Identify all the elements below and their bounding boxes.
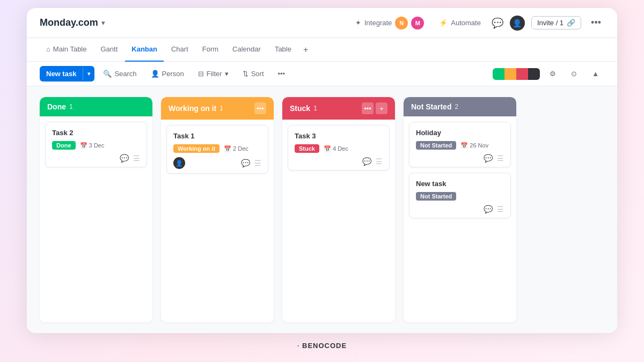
card-meta: Stuck 📅 4 Dec [295,144,383,153]
tab-main-table[interactable]: ⌂ Main Table [40,38,93,62]
calendar-icon: 📅 [80,142,87,149]
automate-icon: ⚡ [439,19,448,27]
task-icon[interactable]: ☰ [376,157,383,166]
sort-icon: ⇅ [243,70,248,78]
filter-chevron-icon: ▾ [225,70,229,78]
status-badge: Done [52,141,76,150]
more-toolbar-button[interactable]: ••• [273,67,291,81]
card-new-task: New task Not Started 💬 ☰ [409,173,511,218]
comment-icon[interactable]: 💬 [241,159,250,167]
share-icon[interactable]: ⊙ [566,67,582,81]
avatar[interactable]: 👤 [510,16,525,31]
column-stuck: Stuck 1 ••• + Task 3 Stuck 📅 [282,97,395,322]
column-title-done: Done [47,102,66,111]
status-badge: Not Started [416,141,456,150]
notif-icon-pink: M [411,17,424,29]
search-button[interactable]: 🔍 Search [98,67,142,81]
card-meta: Working on it 📅 2 Dec [173,144,261,153]
more-options-icon[interactable]: ••• [588,15,604,31]
task-icon[interactable]: ☰ [133,154,140,162]
card-task1: Task 1 Working on it 📅 2 Dec 👤 💬 [166,125,268,174]
new-task-chevron-icon[interactable]: ▾ [83,67,94,80]
tab-kanban[interactable]: Kanban [125,38,164,62]
calendar-icon: 📅 [224,145,231,152]
card-footer: 👤 💬 ☰ [173,157,261,169]
sort-button[interactable]: ⇅ Sort [237,67,269,81]
integrate-button[interactable]: ✦ Integrate N M [351,14,428,32]
column-body-stuck: Task 3 Stuck 📅 4 Dec 💬 [282,120,395,322]
automate-button[interactable]: ⚡ Automate [435,17,485,29]
tab-gantt[interactable]: Gantt [94,38,125,62]
search-icon: 🔍 [103,70,112,78]
header-left: Monday.com ▾ [40,17,105,28]
chat-icon[interactable]: 💬 [492,17,503,29]
column-body-working: Task 1 Working on it 📅 2 Dec 👤 💬 [161,120,274,322]
column-body-not-started: Holiday Not Started 📅 26 Nov 💬 [404,116,516,322]
invite-button[interactable]: Invite / 1 🔗 [531,16,581,29]
home-icon: ⌂ [46,45,50,53]
card-title: Task 1 [173,132,261,140]
column-working: Working on it 1 ••• Task 1 Working on it… [161,97,274,322]
person-filter-button[interactable]: 👤 Person [145,67,189,81]
calendar-icon: 📅 [324,145,331,152]
task-icon[interactable]: ☰ [497,154,504,162]
tab-table[interactable]: Table [268,38,298,62]
card-footer-icons: 💬 ☰ [241,159,261,167]
date-badge: 📅 3 Dec [80,142,105,149]
column-not-started: Not Started 2 Holiday Not Started 📅 26 N… [404,97,516,322]
header: Monday.com ▾ ✦ Integrate N M ⚡ Automate … [27,8,617,38]
column-title-stuck: Stuck [290,104,310,113]
app-window: Monday.com ▾ ✦ Integrate N M ⚡ Automate … [27,8,617,333]
task-icon[interactable]: ☰ [254,159,261,167]
status-badge: Not Started [416,192,456,201]
column-header-done: Done 1 [40,97,152,116]
column-title-working: Working on it [169,104,216,113]
tab-calendar[interactable]: Calendar [226,38,267,62]
column-count-done: 1 [69,103,73,110]
new-task-button[interactable]: New task ▾ [40,66,94,82]
card-title: Task 3 [295,132,383,140]
brand-name: BENOCODE [302,342,347,350]
date-badge: 📅 4 Dec [324,145,348,152]
comment-icon[interactable]: 💬 [362,157,371,166]
card-footer-icons: 💬 ☰ [120,154,140,162]
column-more-button[interactable]: ••• [254,102,266,114]
column-title-not-started: Not Started [411,102,451,111]
task-icon[interactable]: ☰ [497,205,504,213]
card-task2: Task 2 Done 📅 3 Dec 💬 [45,122,147,167]
comment-icon[interactable]: 💬 [484,154,493,162]
notif-icon-orange: N [395,17,408,29]
tab-chart[interactable]: Chart [165,38,195,62]
comment-icon[interactable]: 💬 [484,205,493,213]
filter-button[interactable]: ⊟ Filter ▾ [193,67,234,81]
card-footer: 💬 ☰ [295,157,383,166]
color-red [516,68,528,80]
toolbar: New task ▾ 🔍 Search 👤 Person ⊟ Filter ▾ [27,62,617,86]
color-orange [504,68,516,80]
link-icon: 🔗 [567,19,575,27]
toolbar-left: New task ▾ 🔍 Search 👤 Person ⊟ Filter ▾ [40,66,290,82]
card-footer: 💬 ☰ [416,154,504,162]
tab-form[interactable]: Form [196,38,225,62]
integrate-icon: ✦ [355,19,361,27]
card-title: Task 2 [52,129,140,137]
column-more-button[interactable]: ••• [362,102,374,114]
card-title: Holiday [416,129,504,137]
assignee-avatar: 👤 [173,157,185,169]
card-meta: Not Started [416,192,504,201]
comment-icon[interactable]: 💬 [120,154,129,162]
header-right: ✦ Integrate N M ⚡ Automate 💬 👤 Invite / … [351,14,604,32]
column-header-working: Working on it 1 ••• [161,97,274,120]
add-tab-button[interactable]: + [299,38,312,62]
card-holiday: Holiday Not Started 📅 26 Nov 💬 [409,122,511,167]
status-badge: Stuck [295,144,319,153]
color-dark [528,68,540,80]
column-add-button[interactable]: + [376,102,387,114]
chevron-down-icon[interactable]: ▾ [101,19,105,27]
settings-icon[interactable]: ⚙ [544,67,561,81]
card-meta: Done 📅 3 Dec [52,141,140,150]
filter-icon: ⊟ [198,70,204,78]
collapse-icon[interactable]: ▲ [587,67,604,81]
status-badge: Working on it [173,144,219,153]
column-count-working: 1 [219,105,223,112]
